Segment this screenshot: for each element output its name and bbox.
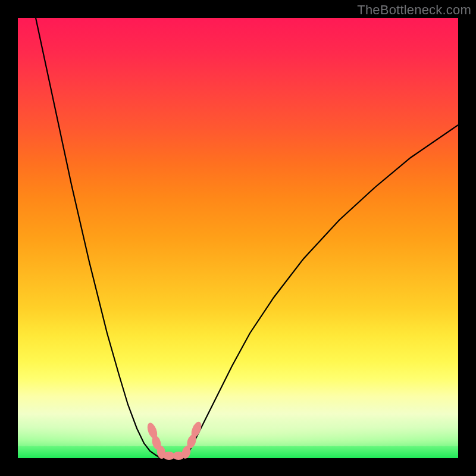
watermark-text: TheBottleneck.com [357, 2, 471, 18]
curve-left-branch [36, 18, 161, 458]
curve-layer [18, 18, 458, 458]
chart-frame: TheBottleneck.com [0, 0, 476, 476]
curve-right-branch [186, 125, 458, 458]
